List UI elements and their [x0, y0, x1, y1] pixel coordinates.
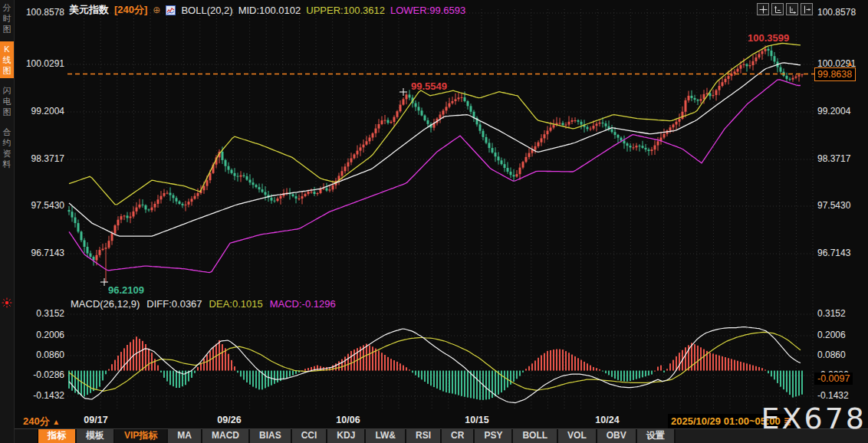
chart-header: 美元指数 [240分] ⊕ BOLL(20,2) MID:100.0102 UP… [69, 3, 465, 17]
boll-upper-value: UPPER:100.3612 [306, 5, 385, 16]
macd-tick-right: 0.2006 [817, 330, 846, 340]
chart-controls [757, 3, 813, 15]
zoom-horizontal-icon[interactable] [786, 3, 798, 15]
toolbar-item-boll[interactable]: BOLL [513, 429, 558, 443]
macd-formula: MACD(26,12,9) [71, 298, 140, 310]
macd-diff-value: DIFF:0.0367 [146, 298, 202, 310]
toolbar-item-settings[interactable]: 设置 [637, 429, 676, 443]
boll-mid-value: MID:100.0102 [238, 5, 301, 16]
date-tick: 09/17 [84, 415, 107, 425]
boll-lower-value: LOWER:99.6593 [390, 5, 465, 16]
sidebar-tab-time-share-chart[interactable]: 分时图 [0, 0, 14, 37]
low-label: 96.2109 [108, 284, 144, 296]
crosshair-icon[interactable] [757, 3, 769, 15]
symbol-name: 美元指数 [69, 3, 109, 17]
price-tick-right: 96.7143 [817, 248, 850, 258]
macd-value-tag: -0.0097 [814, 372, 853, 385]
sidebar-tab-flash-chart[interactable]: 闪电图 [0, 83, 14, 120]
macd-tick-right: 0.0860 [817, 349, 846, 360]
date-tick: 09/26 [217, 415, 241, 425]
toolbar-item-cci[interactable]: CCI [292, 429, 328, 443]
zoom-vertical-icon[interactable] [771, 3, 784, 15]
toolbar-item-macd[interactable]: MACD [202, 429, 250, 443]
boll-formula: BOLL(20,2) [181, 5, 232, 16]
sidebar-tab-contract-info[interactable]: 合约资料 [0, 124, 14, 172]
last-price-tag: 99.8638 [814, 67, 856, 81]
toolbar-item-vip-indicators[interactable]: VIP指标 [115, 429, 168, 443]
toolbar-spacer [15, 429, 38, 443]
sidebar-tab-candlestick-chart[interactable]: K线图 [0, 41, 14, 78]
indicator-toolbar: 指标模板VIP指标MAMACDBIASCCIKDJLW&RSICRPSYBOLL… [15, 428, 868, 443]
macd-tick-right: -0.1432 [817, 390, 849, 401]
date-tick: 10/24 [595, 415, 619, 425]
macd-dea-value: DEA:0.1015 [209, 298, 263, 310]
toolbar-item-indicators[interactable]: 指标 [38, 429, 77, 443]
toolbar-item-vol[interactable]: VOL [558, 429, 597, 443]
macd-tick-right: 0.3152 [817, 308, 846, 319]
toolbar-item-lw[interactable]: LW& [366, 429, 406, 443]
toolbar-item-rsi[interactable]: RSI [406, 429, 442, 443]
toolbar-item-psy[interactable]: PSY [475, 429, 513, 443]
time-axis: 09/1709/2610/0610/1510/24 2025/10/29 01:… [15, 414, 868, 429]
price-tick-right: 97.5430 [817, 200, 850, 211]
live-alert-icon[interactable] [2, 297, 12, 308]
toolbar-item-bias[interactable]: BIAS [250, 429, 292, 443]
toolbar-item-templates[interactable]: 模板 [77, 429, 115, 443]
toolbar-item-cr[interactable]: CR [442, 429, 475, 443]
mini-chart-icon[interactable] [166, 5, 176, 15]
period-label[interactable]: [240分] [114, 3, 147, 17]
price-tick-right: 99.2004 [817, 106, 850, 116]
price-tick-right: 100.8578 [817, 7, 856, 18]
left-sidebar: 分时图K线图闪电图合约资料 [0, 0, 15, 443]
toolbar-item-ma[interactable]: MA [168, 429, 202, 443]
trading-app-window: 分时图K线图闪电图合约资料 美元指数 [240分] ⊕ [0, 0, 868, 443]
current-candle-time: 2025/10/29 01:00~05:00≣ [668, 414, 794, 428]
calendar-menu-icon[interactable]: ≣ [784, 416, 791, 427]
date-tick: 10/06 [336, 415, 360, 425]
pan-right-icon[interactable] [801, 3, 813, 15]
macd-header: MACD(26,12,9) DIFF:0.0367 DEA:0.1015 MAC… [71, 298, 336, 310]
toolbar-item-kdj[interactable]: KDJ [327, 429, 366, 443]
toolbar-item-obv[interactable]: OBV [597, 429, 637, 443]
price-tick-right: 98.3717 [817, 153, 850, 164]
swing-high-label: 99.5549 [411, 80, 447, 92]
main-chart-canvas[interactable] [0, 0, 868, 443]
macd-macd-value: MACD:-0.1296 [270, 298, 336, 310]
date-tick: 10/15 [465, 415, 488, 425]
collapse-icon[interactable]: ⊕ [153, 5, 160, 15]
high-label: 100.3599 [748, 32, 789, 44]
price-up-arrow: ▲ [847, 60, 853, 67]
